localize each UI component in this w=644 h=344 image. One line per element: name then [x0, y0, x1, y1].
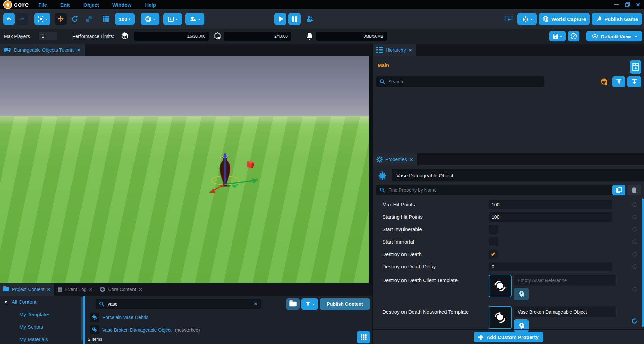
caret-down-icon[interactable]: ▼ [4, 300, 8, 304]
content-search[interactable]: × [96, 299, 261, 309]
grid-view-icon [361, 334, 367, 340]
paste-properties-button[interactable] [627, 185, 641, 195]
reset-icon[interactable] [632, 227, 637, 232]
viewport-tab-close-icon[interactable]: × [77, 47, 81, 53]
find-property-input[interactable] [388, 187, 610, 193]
destroy-on-death-delay-input[interactable] [489, 262, 612, 272]
terrain-dropdown[interactable]: ▾ [185, 13, 204, 25]
snap-grid-button[interactable] [100, 13, 112, 25]
tab-properties[interactable]: Properties × [373, 153, 417, 165]
tab-event-log[interactable]: Event Log × [54, 283, 96, 296]
selected-vase-with-gizmo[interactable] [181, 147, 268, 214]
pause-button[interactable] [288, 13, 301, 25]
ai-assistant-dropdown[interactable]: ▾ [517, 13, 537, 25]
multiplayer-preview-button[interactable] [303, 13, 317, 25]
content-item-vase-broken-damageable-object[interactable]: Vase Broken Damageable Object (networked… [90, 325, 200, 334]
red-cube-object[interactable] [247, 161, 254, 168]
grid-size-dropdown[interactable]: 100▾ [115, 13, 135, 25]
add-custom-property-label: Add Custom Property [486, 334, 538, 340]
reset-icon[interactable] [631, 318, 637, 324]
add-custom-property-button[interactable]: Add Custom Property [474, 332, 543, 342]
tab-close-icon[interactable]: × [89, 287, 93, 292]
hierarchy-tab-close-icon[interactable]: × [409, 47, 412, 53]
tree-item-my-templates[interactable]: My Templates [0, 308, 83, 321]
publish-content-button[interactable]: Publish Content [320, 298, 370, 310]
tab-damageable-objects-tutorial[interactable]: Damageable Objects Tutorial × [0, 44, 85, 56]
tree-item-all-content[interactable]: ▼ All Content [0, 296, 83, 308]
publish-game-button[interactable]: Publish Game [592, 13, 642, 25]
viewport-3d[interactable] [0, 56, 372, 283]
client-template-name-input[interactable] [514, 275, 617, 286]
networked-filter-button[interactable] [598, 76, 610, 87]
content-filter-dropdown[interactable]: ▾ [301, 298, 318, 310]
screen-share-button[interactable] [502, 13, 515, 25]
properties-tab-close-icon[interactable]: × [410, 157, 413, 162]
collapse-all-button[interactable] [627, 76, 641, 87]
start-invulnerable-checkbox[interactable]: ✔ [489, 225, 498, 234]
close-icon[interactable]: × [636, 2, 640, 7]
tree-scrollbar[interactable] [81, 297, 83, 341]
tab-project-content[interactable]: Project Content × [0, 283, 54, 296]
default-view-dropdown[interactable]: Default View ▾ [586, 31, 642, 41]
gizmo-y-axis-arrow[interactable] [209, 184, 225, 193]
menu-edit[interactable]: Edit [60, 2, 70, 8]
find-property-search[interactable] [376, 185, 614, 195]
reset-icon[interactable] [632, 239, 637, 245]
reset-icon[interactable] [632, 214, 637, 220]
restore-icon[interactable] [625, 2, 630, 7]
clear-search-icon[interactable]: × [254, 301, 257, 307]
starting-hit-points-input[interactable] [489, 212, 612, 222]
content-search-input[interactable] [107, 301, 254, 307]
screen-mode-dropdown[interactable]: ▾ [163, 13, 182, 25]
reset-icon[interactable] [632, 287, 637, 292]
reset-icon[interactable] [632, 252, 637, 257]
tree-item-my-materials[interactable]: My Materials [0, 333, 83, 344]
gizmo-x-axis-arrow[interactable] [225, 178, 258, 188]
tab-hierarchy[interactable]: Hierarchy × [373, 44, 416, 56]
networked-template-asset-slot[interactable] [489, 306, 512, 329]
rotate-tool-button[interactable] [69, 13, 81, 25]
hierarchy-filter-button[interactable] [612, 76, 625, 87]
world-capture-button[interactable]: World Capture [539, 13, 590, 25]
selection-mode-dropdown[interactable]: ▾ [34, 13, 50, 25]
tree-item-my-scripts[interactable]: My Scripts [0, 321, 83, 333]
property-label: Start Invulnerable [373, 226, 489, 232]
destroy-on-death-checkbox[interactable]: ✔ [489, 250, 498, 259]
reset-icon[interactable] [632, 202, 637, 207]
client-template-asset-slot[interactable] [489, 275, 512, 297]
menu-window[interactable]: Window [112, 2, 131, 8]
tab-core-content[interactable]: Core Content × [96, 283, 146, 296]
find-asset-button[interactable] [514, 319, 529, 332]
redo-button[interactable] [16, 13, 28, 25]
play-button[interactable] [274, 13, 286, 25]
object-name-input[interactable] [392, 169, 644, 181]
max-players-input[interactable] [39, 32, 57, 40]
menu-help[interactable]: Help [145, 2, 156, 8]
scale-tool-button[interactable] [83, 13, 95, 25]
open-folder-button[interactable] [286, 298, 300, 310]
move-tool-button[interactable] [55, 13, 67, 25]
panel-splitter[interactable] [83, 296, 85, 344]
menu-file[interactable]: File [38, 2, 47, 8]
minimize-icon[interactable] [614, 4, 619, 5]
copy-properties-button[interactable] [612, 185, 625, 195]
reset-icon[interactable] [632, 264, 637, 269]
start-immortal-checkbox[interactable]: ✔ [489, 237, 498, 247]
cube-badge-icon [601, 78, 608, 85]
max-hit-points-input[interactable] [489, 200, 612, 210]
networked-template-name-input[interactable] [514, 306, 617, 318]
tab-close-icon[interactable]: × [139, 287, 142, 292]
scene-settings-button[interactable] [630, 60, 641, 74]
undo-button[interactable] [3, 13, 15, 25]
tab-close-icon[interactable]: × [47, 287, 51, 292]
menu-object[interactable]: Object [83, 2, 99, 8]
performance-gauge-button[interactable] [568, 31, 579, 41]
properties-scrollbar[interactable] [642, 198, 644, 327]
content-item-porcelain-vase-debris[interactable]: Porcelain Vase Debris [90, 313, 152, 322]
hierarchy-search[interactable] [376, 76, 544, 87]
save-dropdown[interactable]: ▾ [549, 31, 566, 41]
world-settings-dropdown[interactable]: ▾ [141, 13, 159, 25]
grid-view-toggle-button[interactable] [357, 331, 370, 343]
hierarchy-search-input[interactable] [388, 79, 541, 85]
find-asset-button[interactable] [514, 288, 529, 300]
